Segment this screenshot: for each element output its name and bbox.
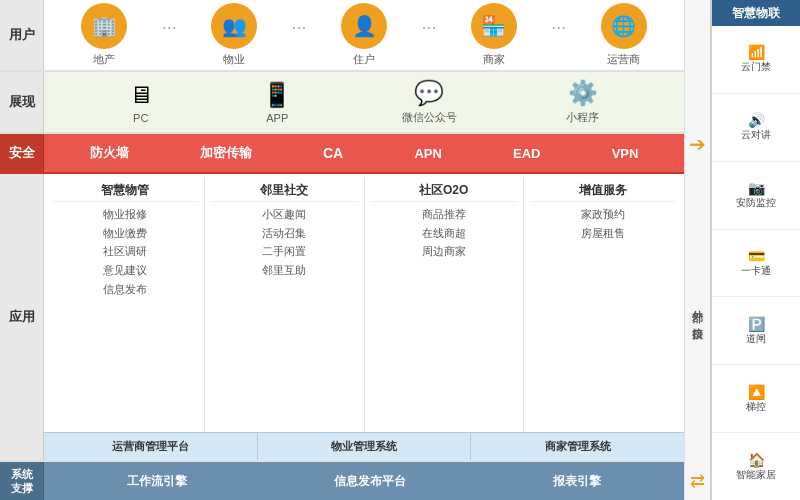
apps-col-community-social: 邻里社交 小区趣闻 活动召集 二手闲置 邻里互助 bbox=[205, 178, 364, 432]
apps-management-row: 运营商管理平台 物业管理系统 商家管理系统 bbox=[44, 432, 684, 460]
smart-iot-header: 智慧物联 bbox=[712, 0, 800, 26]
system-info-publish: 信息发布平台 bbox=[334, 473, 406, 490]
label-users: 用户 bbox=[0, 0, 44, 70]
apps-col-o2o: 社区O2O 商品推荐 在线商超 周边商家 bbox=[365, 178, 524, 432]
system-report: 报表引擎 bbox=[553, 473, 601, 490]
user-item-merchant: 🏪 商家 bbox=[471, 3, 517, 67]
security-firewall: 防火墙 bbox=[90, 144, 129, 162]
smart-iot-panel: 智慧物联 📶 云门禁 🔊 云对讲 📷 安防监控 💳 一卡通 bbox=[710, 0, 800, 500]
display-item-app: 📱 APP bbox=[262, 81, 292, 124]
security-apn: APN bbox=[414, 146, 441, 161]
apps-mgmt-merchant: 商家管理系统 bbox=[471, 433, 684, 460]
arrow-down-icon: ➔ bbox=[689, 134, 706, 154]
apps-mgmt-operator: 运营商管理平台 bbox=[44, 433, 258, 460]
sidebar-item-cloud-intercom: 🔊 云对讲 bbox=[712, 94, 800, 162]
apps-col-value-added: 增值服务 家政预约 房屋租售 bbox=[524, 178, 682, 432]
display-item-wechat: 💬 微信公众号 bbox=[402, 79, 457, 125]
user-item-resident: 👤 住户 bbox=[341, 3, 387, 67]
label-apps: 应用 bbox=[0, 174, 44, 460]
system-workflow: 工作流引擎 bbox=[127, 473, 187, 490]
security-encrypt: 加密传输 bbox=[200, 144, 252, 162]
apps-mgmt-property: 物业管理系统 bbox=[258, 433, 472, 460]
security-vpn: VPN bbox=[612, 146, 639, 161]
user-item-operator: 🌐 运营商 bbox=[601, 3, 647, 67]
sidebar-item-security-monitor: 📷 安防监控 bbox=[712, 162, 800, 230]
apps-col-property-mgmt: 智慧物管 物业报修 物业缴费 社区调研 意见建议 信息发布 bbox=[46, 178, 205, 432]
security-ead: EAD bbox=[513, 146, 540, 161]
display-item-miniapp: ⚙️ 小程序 bbox=[566, 79, 599, 125]
label-security: 安全 bbox=[0, 134, 44, 172]
outer-interface-label: 外部 接口 bbox=[690, 301, 705, 323]
security-ca: CA bbox=[323, 145, 343, 161]
sidebar-item-smart-home: 🏠 智能家居 bbox=[712, 433, 800, 500]
sidebar-item-cloud-gate: 📶 云门禁 bbox=[712, 26, 800, 94]
sidebar-item-elevator: 🔼 梯控 bbox=[712, 365, 800, 433]
label-system: 系统 支撑 bbox=[0, 462, 44, 500]
sidebar-item-gate-barrier: 🅿️ 道闸 bbox=[712, 297, 800, 365]
arrow-bidirectional-icon: ⇄ bbox=[690, 470, 705, 492]
user-item-realestate: 🏢 地产 bbox=[81, 3, 127, 67]
display-item-pc: 🖥 PC bbox=[129, 81, 153, 124]
sidebar-item-one-card: 💳 一卡通 bbox=[712, 230, 800, 298]
user-item-property: 👥 物业 bbox=[211, 3, 257, 67]
label-display: 展现 bbox=[0, 72, 44, 132]
